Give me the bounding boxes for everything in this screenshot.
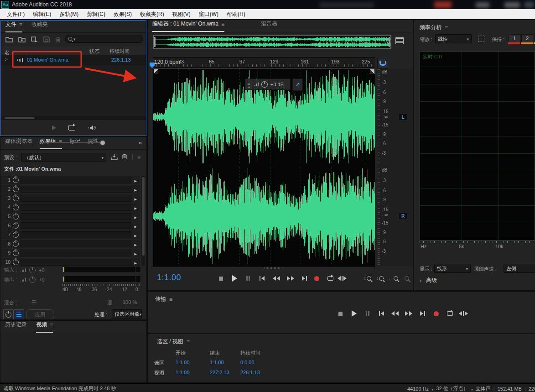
transport-zoom-out-button[interactable]: ↕	[374, 274, 385, 283]
transport-stop-button[interactable]	[335, 309, 346, 318]
frequency-graph[interactable]: 实时 CTI	[420, 51, 535, 241]
column-status[interactable]: 状态	[89, 48, 99, 55]
overview-waveform[interactable]	[154, 36, 390, 48]
snap-toggle-button[interactable]	[377, 58, 388, 68]
effect-slot-empty[interactable]	[21, 195, 131, 202]
search-options-chevron-icon[interactable]	[73, 36, 76, 42]
expand-arrow-icon[interactable]	[135, 195, 137, 202]
time-value[interactable]: 1:1.00	[210, 360, 224, 365]
scrollbar-grip[interactable]	[265, 267, 282, 269]
transport-zoom-to-selection-button[interactable]: ↔	[388, 274, 399, 283]
effects-rack-slot[interactable]: 8	[0, 240, 140, 248]
transport-fast-forward-button[interactable]	[403, 309, 414, 318]
waveform-right-channel[interactable]	[153, 167, 375, 265]
gain-hud[interactable]: +0 dB	[245, 78, 291, 90]
tab-history[interactable]: 历史记录	[5, 321, 27, 333]
effects-rack-slot[interactable]: 10	[0, 258, 140, 267]
mix-slider-knob[interactable]	[100, 140, 105, 146]
power-icon[interactable]	[13, 232, 19, 238]
process-dropdown[interactable]: 仅选区对象	[112, 309, 142, 319]
effect-slot-empty[interactable]	[21, 204, 131, 211]
transport-skip-to-start-button[interactable]	[256, 274, 267, 283]
transport-fast-forward-button[interactable]	[285, 274, 296, 283]
time-value[interactable]: 1:1.00	[176, 360, 190, 365]
tab-video[interactable]: 视频	[36, 321, 53, 333]
file-row[interactable]: > 01 Movin' On.wma 226:1.13	[1, 55, 146, 65]
transport-pause-button[interactable]	[362, 309, 373, 318]
left-channel-badge[interactable]: L	[399, 114, 407, 121]
new-content-icon[interactable]	[31, 37, 38, 42]
power-icon[interactable]	[13, 241, 19, 247]
power-icon[interactable]	[13, 250, 19, 256]
effect-slot-empty[interactable]	[21, 177, 131, 183]
file-name[interactable]: 01 Movin' On.wma	[27, 57, 68, 63]
time-value[interactable]: 227:2.13	[210, 370, 229, 375]
hud-pin-button[interactable]	[292, 78, 303, 91]
apply-button[interactable]: 应用	[26, 309, 54, 319]
effects-rack-slot[interactable]: 5	[0, 212, 140, 221]
menu-item[interactable]: 视图(V)	[168, 9, 195, 19]
marquee-select-icon[interactable]	[478, 36, 484, 42]
transport-loop-playback-button[interactable]	[444, 309, 455, 318]
save-preset-icon[interactable]	[111, 154, 118, 160]
hud-grip-icon[interactable]	[248, 81, 250, 88]
menu-item[interactable]: 多轨(M)	[55, 9, 83, 19]
expand-arrow-icon[interactable]	[135, 223, 137, 229]
power-icon[interactable]	[13, 259, 19, 265]
scale-dropdown[interactable]: 线性	[435, 34, 472, 43]
effect-slot-empty[interactable]	[21, 186, 131, 193]
transport-skip-to-end-button[interactable]	[299, 274, 310, 283]
effect-slot-empty[interactable]	[21, 240, 131, 247]
effects-rack-slot[interactable]: 4	[0, 203, 140, 212]
transport-zoom-in-button[interactable]: ↕	[362, 274, 373, 283]
output-gain-knob[interactable]	[29, 277, 36, 283]
effect-slot-empty[interactable]	[21, 259, 131, 266]
tab-markers[interactable]: 标记	[69, 137, 80, 149]
effects-rack-slot[interactable]: 7	[0, 230, 140, 239]
zoom-reset-icon[interactable]	[383, 37, 388, 44]
tab-editor[interactable]: 编辑器 : 01 Movin' On.wma	[152, 20, 224, 32]
output-gain-value[interactable]: +0	[39, 277, 45, 282]
power-icon[interactable]	[13, 204, 19, 210]
tab-mixer[interactable]: 混音器	[261, 20, 277, 32]
hold-button-2[interactable]: 2	[521, 34, 533, 43]
menu-item[interactable]: 剪辑(C)	[83, 9, 109, 19]
rack-scrollbar[interactable]	[141, 176, 145, 266]
range-handle-right[interactable]	[389, 37, 390, 47]
transport-record-button[interactable]	[311, 274, 322, 283]
advanced-expander[interactable]: 高级	[420, 277, 437, 284]
rack-list-toggle-button[interactable]	[14, 309, 24, 319]
import-files-icon[interactable]	[18, 37, 26, 42]
current-time-indicator[interactable]	[153, 68, 153, 266]
waveform-scrollbar[interactable]	[153, 267, 375, 270]
effects-rack-slot[interactable]: 6	[0, 221, 140, 230]
save-icon[interactable]	[43, 37, 50, 42]
time-value[interactable]: 0:0.00	[240, 360, 255, 365]
display-dropdown[interactable]: 线形	[434, 264, 471, 273]
transport-loop-playback-button[interactable]	[325, 274, 336, 283]
right-channel-badge[interactable]: R	[399, 213, 407, 220]
title-bar[interactable]: Au Adobe Audition CC 2018	[0, 0, 535, 9]
tab-favorites[interactable]: 收藏夹	[31, 21, 48, 32]
power-icon[interactable]	[13, 195, 19, 201]
menu-item[interactable]: 收藏夹(R)	[136, 9, 168, 19]
waveform-display[interactable]	[153, 68, 375, 267]
transport-skip-selection-button[interactable]	[337, 274, 348, 283]
transport-rewind-button[interactable]	[271, 274, 282, 283]
favorite-star-icon[interactable]	[136, 154, 142, 161]
hold-button-1[interactable]: 1	[509, 34, 520, 43]
transport-pause-button[interactable]	[243, 274, 254, 283]
open-file-icon[interactable]	[5, 37, 13, 42]
panel-menu-icon[interactable]	[221, 21, 224, 27]
time-value[interactable]: 1:1.00	[176, 370, 190, 375]
fade-out-handle[interactable]	[370, 69, 374, 74]
hud-gain-knob[interactable]	[261, 81, 268, 88]
panel-menu-icon[interactable]	[50, 322, 53, 328]
panel-menu-icon[interactable]	[445, 25, 448, 31]
expand-arrow-icon[interactable]	[135, 186, 137, 193]
expand-arrow-icon[interactable]	[135, 204, 137, 211]
time-value[interactable]: 226:1.13	[240, 370, 260, 375]
power-icon[interactable]	[13, 223, 19, 229]
expand-arrow-icon[interactable]	[135, 214, 137, 220]
transport-play-button[interactable]	[348, 309, 359, 318]
